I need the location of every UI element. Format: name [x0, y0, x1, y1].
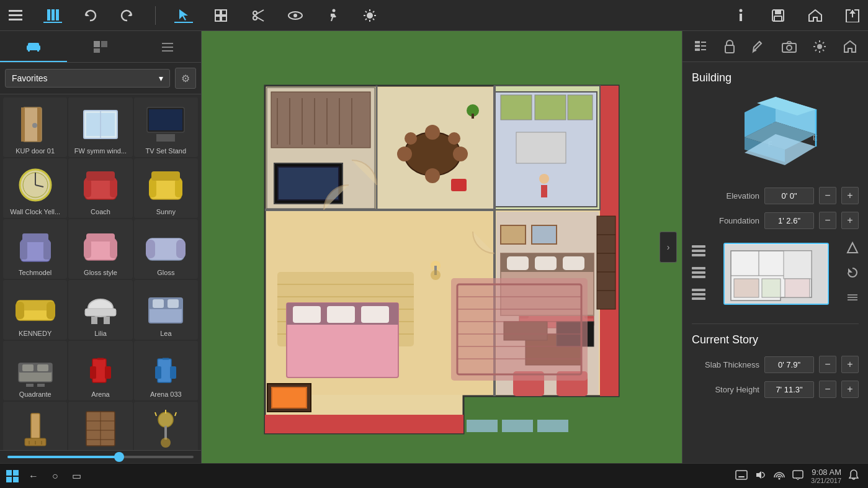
- rotate-view-icon[interactable]: [846, 266, 859, 281]
- taskbar-right: 9:08 AM 3/21/2017: [726, 468, 868, 484]
- grid-item[interactable]: Wall Clock Yell...: [3, 158, 67, 218]
- story-remove-icon[interactable]: [692, 267, 705, 281]
- elevation-view-icon[interactable]: [846, 242, 859, 256]
- select-tool[interactable]: [174, 8, 193, 23]
- svg-line-123: [175, 412, 176, 416]
- grid-item[interactable]: Lilia: [68, 280, 132, 340]
- sun-tool[interactable]: [360, 8, 379, 23]
- panel-tabs: [0, 31, 201, 63]
- top-toolbar: [0, 0, 868, 31]
- svg-line-233: [815, 50, 817, 51]
- share-tool[interactable]: [843, 9, 862, 22]
- grid-item[interactable]: Quadrante: [3, 341, 67, 400]
- slab-decrement[interactable]: −: [819, 356, 836, 373]
- notification-icon[interactable]: [849, 469, 859, 482]
- story-height-value[interactable]: 7' 11.3": [764, 381, 814, 398]
- grid-item[interactable]: KENNEDY: [3, 280, 67, 340]
- svg-rect-81: [176, 240, 186, 258]
- grid-item[interactable]: Sunny: [134, 158, 198, 218]
- slider-thumb[interactable]: [114, 452, 124, 462]
- svg-point-18: [293, 14, 297, 17]
- eye-tool[interactable]: [286, 9, 305, 22]
- grid-item[interactable]: Gloss: [134, 219, 198, 279]
- redo-button[interactable]: [118, 9, 136, 22]
- grid-item[interactable]: Coach: [68, 158, 132, 218]
- rp-edit-button[interactable]: [748, 37, 768, 56]
- svg-rect-127: [265, 415, 463, 433]
- floorplan-area: [202, 31, 682, 463]
- svg-rect-147: [535, 95, 566, 120]
- item-preview: [141, 346, 190, 389]
- info-tool[interactable]: [732, 9, 750, 22]
- group-tool[interactable]: [212, 9, 230, 22]
- item-preview: [141, 102, 190, 146]
- svg-rect-98: [26, 384, 34, 387]
- tab-list[interactable]: [134, 31, 201, 62]
- item-label: Arena 033: [136, 391, 195, 398]
- rp-tool-button[interactable]: [691, 37, 710, 56]
- windows-logo[interactable]: [6, 470, 19, 482]
- story-add-icon[interactable]: [692, 245, 705, 259]
- floorplan-thumbnail[interactable]: [723, 243, 829, 305]
- favorites-dropdown[interactable]: Favorites ▾: [5, 69, 170, 88]
- height-decrement[interactable]: −: [819, 381, 836, 398]
- grid-item[interactable]: Gloss style: [68, 219, 132, 279]
- size-slider[interactable]: [7, 456, 194, 458]
- grid-item[interactable]: KUP door 01: [3, 97, 67, 157]
- center-viewport[interactable]: ›: [202, 31, 682, 463]
- undo-button[interactable]: [81, 9, 99, 22]
- svg-rect-1: [9, 14, 22, 16]
- height-increment[interactable]: +: [841, 381, 859, 398]
- library-button[interactable]: [43, 8, 62, 23]
- keyboard-icon[interactable]: [735, 470, 748, 482]
- grid-item[interactable]: Lea: [134, 280, 198, 340]
- home-tool[interactable]: [806, 9, 825, 22]
- grid-item[interactable]: [134, 402, 198, 450]
- grid-item[interactable]: TV Set Stand: [134, 97, 198, 157]
- save-tool[interactable]: [769, 9, 787, 22]
- rp-lock-button[interactable]: [721, 37, 738, 56]
- grid-item[interactable]: Arena: [68, 341, 132, 400]
- scissors-tool[interactable]: [249, 9, 267, 22]
- grid-item[interactable]: Arena 033: [134, 341, 198, 400]
- elevation-increment[interactable]: +: [841, 187, 859, 204]
- foundation-decrement[interactable]: −: [819, 212, 836, 229]
- message-icon[interactable]: [792, 470, 803, 482]
- svg-rect-101: [90, 366, 96, 379]
- svg-rect-9: [215, 10, 220, 15]
- slab-value[interactable]: 0' 7.9": [764, 356, 814, 373]
- item-preview: [11, 407, 60, 450]
- panel-settings-button[interactable]: ⚙: [175, 68, 196, 89]
- back-button[interactable]: ←: [25, 468, 42, 484]
- slab-increment[interactable]: +: [841, 356, 859, 373]
- home-circle-button[interactable]: ○: [48, 468, 62, 484]
- grid-item[interactable]: Techmodel: [3, 219, 67, 279]
- grid-item[interactable]: [3, 402, 67, 450]
- clock-date: 3/21/2017: [811, 477, 841, 484]
- foundation-increment[interactable]: +: [841, 212, 859, 229]
- svg-rect-261: [734, 279, 759, 297]
- rp-camera-button[interactable]: [779, 37, 800, 56]
- grid-item[interactable]: [68, 402, 132, 450]
- tab-material[interactable]: [67, 31, 134, 62]
- rp-home-button[interactable]: [840, 37, 860, 56]
- grid-view-icon[interactable]: [846, 291, 859, 306]
- grid-item[interactable]: FW symm wind...: [68, 97, 132, 157]
- walk-tool[interactable]: [323, 9, 342, 22]
- tab-furniture[interactable]: [0, 31, 67, 62]
- elevation-value[interactable]: 0' 0": [764, 188, 814, 204]
- volume-icon[interactable]: [755, 470, 766, 482]
- time-block: 9:08 AM 3/21/2017: [811, 468, 841, 484]
- rp-sun-button[interactable]: [810, 37, 830, 56]
- story-copy-icon[interactable]: [692, 289, 705, 302]
- expand-panel-button[interactable]: ›: [660, 232, 677, 263]
- building-3d-svg: T H F E: [726, 94, 825, 174]
- menu-button[interactable]: [6, 10, 25, 21]
- svg-rect-252: [692, 276, 705, 278]
- multitask-button[interactable]: ▭: [68, 468, 85, 484]
- foundation-value[interactable]: 1' 2.6": [764, 212, 814, 229]
- svg-rect-215: [695, 45, 700, 47]
- network-icon[interactable]: [774, 470, 785, 482]
- svg-marker-6: [86, 12, 89, 16]
- elevation-decrement[interactable]: −: [819, 187, 836, 204]
